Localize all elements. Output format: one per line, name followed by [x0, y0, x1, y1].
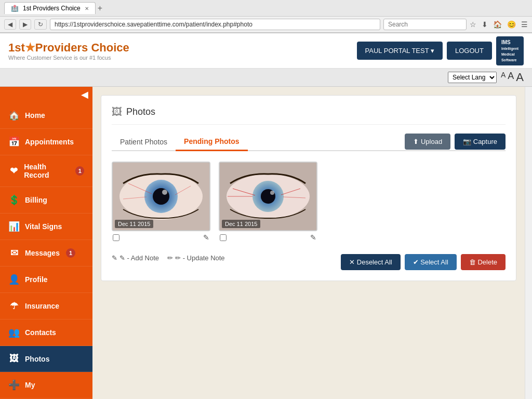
sidebar-item-appointments-label: Appointments [25, 138, 74, 146]
photo-date-1: Dec 11 2015 [115, 220, 153, 228]
download-icon[interactable]: ⬇ [482, 20, 488, 29]
user-icon[interactable]: 😊 [507, 20, 516, 29]
font-medium-icon[interactable]: A [508, 71, 514, 84]
svg-point-12 [270, 191, 274, 195]
photo-actions-1: ✎ [112, 231, 210, 244]
app-header: 1st★Providers Choice Where Customer Serv… [0, 33, 532, 69]
sidebar-item-home-label: Home [25, 111, 45, 119]
sidebar-item-messages[interactable]: ✉ Messages 1 [0, 240, 92, 267]
sidebar-item-profile[interactable]: 👤 Profile [0, 267, 92, 293]
logo-area: 1st★Providers Choice Where Customer Serv… [8, 41, 357, 61]
home-icon[interactable]: 🏠 [493, 20, 502, 29]
photo-container-2[interactable]: Dec 11 2015 [219, 162, 317, 231]
svg-point-3 [153, 188, 169, 205]
logo-main: 1st★Providers Choice [8, 41, 357, 55]
profile-icon: 👤 [8, 274, 20, 285]
sidebar-item-my[interactable]: ➕ My [0, 372, 92, 398]
legend: ✎ ✎ - Add Note ✏ ✏ - Update Note [112, 254, 225, 262]
scrollbar[interactable] [525, 87, 532, 399]
sidebar-item-health-record[interactable]: ❤ Health Record 1 [0, 155, 92, 187]
logo-star-icon: ★ [25, 41, 35, 54]
bottom-actions: ✕ Deselect All ✔ Select All 🗑 Delete [341, 254, 506, 270]
tab-actions: ⬆ Upload 📷 Capture [405, 134, 506, 150]
photo-date-2: Dec 11 2015 [222, 220, 260, 228]
portal-button[interactable]: PAUL PORTAL TEST ▾ [357, 42, 443, 60]
logo-subtitle: Where Customer Service is our #1 focus [8, 55, 357, 61]
browser-tab[interactable]: 🏥 1st Providers Choice ✕ [4, 2, 96, 14]
deselect-all-button[interactable]: ✕ Deselect All [341, 254, 401, 270]
photo-item-1: Dec 11 2015 ✎ [112, 162, 210, 244]
tab-favicon: 🏥 [11, 5, 19, 12]
forward-button[interactable]: ▶ [19, 19, 31, 30]
header-right: PAUL PORTAL TEST ▾ LOGOUT IMS Intelligen… [357, 36, 524, 65]
photos-icon: 🖼 [8, 353, 20, 364]
photos-grid: Dec 11 2015 ✎ [112, 162, 506, 244]
sidebar-item-insurance-label: Insurance [25, 302, 59, 310]
new-tab-button[interactable]: + [98, 4, 102, 13]
refresh-button[interactable]: ↻ [34, 19, 47, 30]
sidebar-item-photos[interactable]: 🖼 Photos [0, 346, 92, 372]
photo-checkbox-2[interactable] [220, 234, 227, 241]
sidebar-item-appointments[interactable]: 📅 Appointments [0, 129, 92, 155]
photo-edit-icon-2[interactable]: ✎ [310, 233, 316, 242]
sidebar-item-billing[interactable]: 💲 Billing [0, 187, 92, 214]
logo-providers: Providers Choice [35, 41, 129, 54]
photos-card: 🖼 Photos Patient Photos Pending Photos ⬆… [101, 95, 516, 281]
browser-titlebar: 🏥 1st Providers Choice ✕ + [0, 0, 532, 17]
logo-brand-text: 1st [8, 41, 25, 54]
language-select[interactable]: Select Lang [448, 72, 497, 83]
tab-close-icon[interactable]: ✕ [85, 6, 89, 11]
sidebar-item-vitalsigns-label: Vital Signs [25, 222, 62, 231]
card-header: 🖼 Photos [112, 106, 506, 125]
tab-pending-photos[interactable]: Pending Photos [176, 133, 248, 151]
add-note-legend: ✎ ✎ - Add Note [112, 254, 159, 262]
font-large-icon[interactable]: A [516, 71, 524, 84]
sidebar-item-vital-signs[interactable]: 📊 Vital Signs [0, 214, 92, 240]
svg-point-4 [162, 190, 167, 195]
add-note-label: ✎ - Add Note [119, 254, 159, 262]
sidebar-item-insurance[interactable]: ☂ Insurance [0, 293, 92, 320]
upload-button[interactable]: ⬆ Upload [405, 134, 450, 150]
font-small-icon[interactable]: A [501, 71, 506, 84]
photo-edit-icon-1[interactable]: ✎ [203, 233, 209, 242]
logo-text: 1st★Providers Choice [8, 41, 129, 54]
main-layout: ◀ 🏠 Home 📅 Appointments ❤ Health Record … [0, 87, 532, 399]
browser-toolbar: ◀ ▶ ↻ ☆ ⬇ 🏠 😊 ☰ [0, 17, 532, 33]
photo-actions-2: ✎ [219, 231, 317, 244]
sidebar-item-contacts-label: Contacts [25, 328, 56, 337]
ims-text: IMS [501, 39, 511, 45]
insurance-icon: ☂ [8, 300, 20, 312]
ims-logo: IMS IntelligentMedicalSoftware [496, 36, 524, 65]
sidebar-item-contacts[interactable]: 👥 Contacts [0, 320, 92, 346]
browser-icon-group: ☆ ⬇ 🏠 😊 ☰ [470, 20, 528, 29]
logout-button[interactable]: LOGOUT [447, 42, 492, 60]
update-note-label: ✏ - Update Note [175, 254, 225, 262]
sidebar-item-my-label: My [25, 381, 35, 389]
ims-subtitle: IntelligentMedicalSoftware [501, 47, 518, 62]
photo-checkbox-1[interactable] [113, 234, 119, 241]
content-area: 🖼 Photos Patient Photos Pending Photos ⬆… [92, 87, 525, 399]
vitalsigns-icon: 📊 [8, 221, 20, 232]
delete-button[interactable]: 🗑 Delete [461, 254, 506, 270]
sidebar-item-health-record-label: Health Record [24, 163, 69, 179]
sidebar-collapse-button[interactable]: ◀ [81, 89, 88, 100]
home-icon: 🏠 [8, 110, 20, 121]
sidebar-item-home[interactable]: 🏠 Home [0, 102, 92, 129]
url-bar[interactable] [50, 19, 380, 30]
add-note-icon: ✎ [112, 254, 117, 262]
card-title: Photos [126, 107, 155, 117]
capture-button[interactable]: 📷 Capture [455, 134, 506, 150]
back-button[interactable]: ◀ [4, 19, 16, 30]
tab-patient-photos[interactable]: Patient Photos [112, 134, 176, 150]
sidebar: ◀ 🏠 Home 📅 Appointments ❤ Health Record … [0, 87, 92, 399]
browser-search-input[interactable] [383, 19, 467, 30]
sidebar-item-billing-label: Billing [25, 196, 47, 204]
contacts-icon: 👥 [8, 327, 20, 338]
messages-icon: ✉ [8, 247, 20, 259]
photo-container-1[interactable]: Dec 11 2015 [112, 162, 210, 231]
menu-icon[interactable]: ☰ [521, 20, 528, 29]
health-record-badge: 1 [75, 166, 84, 176]
bookmark-icon[interactable]: ☆ [470, 20, 476, 29]
browser-chrome: 🏥 1st Providers Choice ✕ + ◀ ▶ ↻ ☆ ⬇ 🏠 😊… [0, 0, 532, 33]
select-all-button[interactable]: ✔ Select All [405, 254, 457, 270]
